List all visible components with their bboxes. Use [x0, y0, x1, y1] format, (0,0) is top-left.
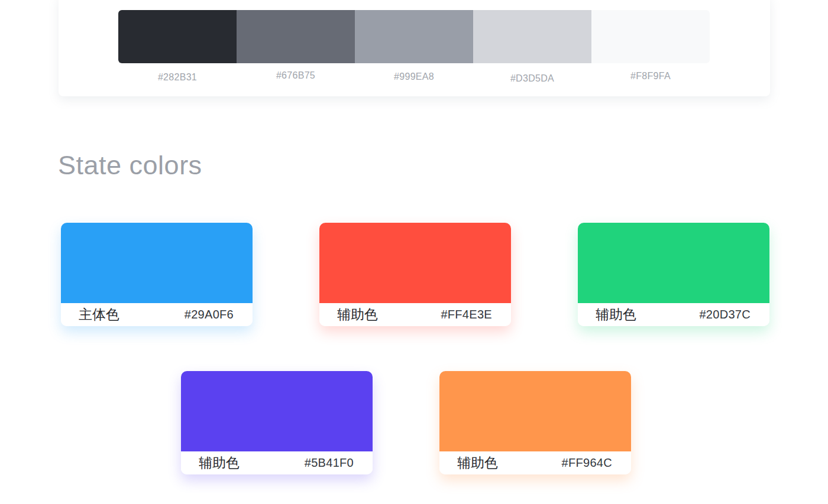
gray-swatch-hex-label: #676B75	[237, 70, 355, 81]
color-hex-value: #FF4E3E	[441, 308, 492, 321]
color-card-footer: 辅助色 #FF4E3E	[319, 303, 511, 326]
color-name-label: 辅助色	[337, 305, 378, 324]
color-swatch	[319, 223, 511, 303]
color-name-label: 主体色	[79, 305, 119, 324]
state-color-card-primary-blue: 主体色 #29A0F6	[61, 223, 253, 326]
color-swatch	[439, 371, 631, 451]
color-swatch	[181, 371, 373, 451]
gray-swatch-hex-label: #D3D5DA	[473, 73, 591, 84]
state-color-card-purple: 辅助色 #5B41F0	[181, 371, 373, 474]
gray-swatch-3	[355, 10, 473, 63]
color-card-footer: 主体色 #29A0F6	[61, 303, 253, 326]
gray-palette-labels: #282B31 #676B75 #999EA8 #D3D5DA #F8F9FA	[118, 71, 710, 82]
color-hex-value: #29A0F6	[185, 308, 234, 321]
color-hex-value: #20D37C	[699, 308, 751, 321]
gray-swatch-2	[237, 10, 355, 63]
gray-swatch-5	[591, 10, 710, 63]
color-name-label: 辅助色	[596, 305, 636, 324]
gray-swatch-hex-label: #F8F9FA	[591, 71, 710, 82]
palette-page: #282B31 #676B75 #999EA8 #D3D5DA #F8F9FA …	[0, 0, 828, 504]
gray-swatch-hex-label: #282B31	[118, 72, 237, 83]
color-swatch	[61, 223, 253, 303]
gray-swatch-4	[473, 10, 591, 63]
color-swatch	[578, 223, 769, 303]
state-color-card-red: 辅助色 #FF4E3E	[319, 223, 511, 326]
state-color-card-orange: 辅助色 #FF964C	[439, 371, 631, 474]
gray-palette-strip	[118, 10, 710, 63]
gray-swatch-1	[118, 10, 237, 63]
state-color-card-green: 辅助色 #20D37C	[578, 223, 769, 326]
color-hex-value: #5B41F0	[305, 456, 354, 470]
color-card-footer: 辅助色 #20D37C	[578, 303, 769, 326]
gray-palette-card: #282B31 #676B75 #999EA8 #D3D5DA #F8F9FA	[59, 0, 770, 96]
color-hex-value: #FF964C	[562, 456, 612, 470]
color-name-label: 辅助色	[457, 454, 498, 472]
gray-swatch-hex-label: #999EA8	[355, 71, 473, 82]
color-card-footer: 辅助色 #FF964C	[439, 451, 631, 474]
color-card-footer: 辅助色 #5B41F0	[181, 451, 373, 474]
color-name-label: 辅助色	[199, 454, 240, 472]
section-title-state-colors: State colors	[58, 150, 202, 181]
